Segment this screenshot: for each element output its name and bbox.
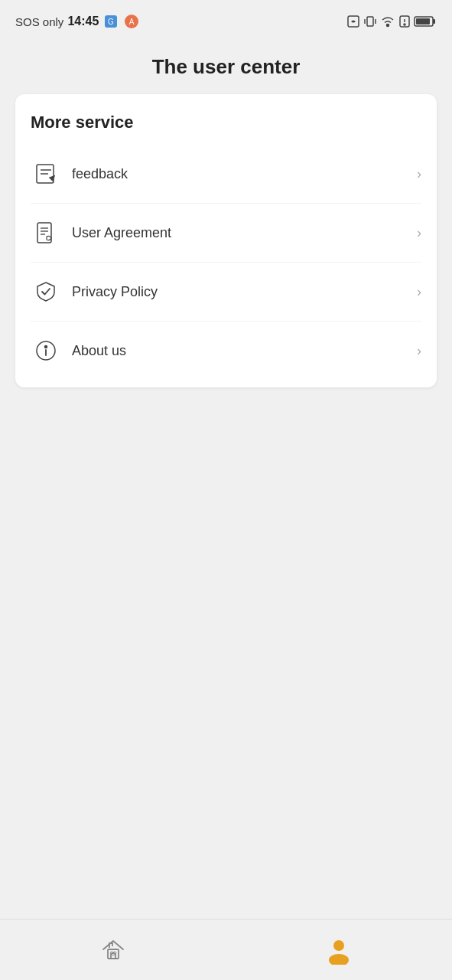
- nfc-icon: [346, 15, 360, 28]
- feedback-item[interactable]: feedback ›: [31, 145, 421, 204]
- about-us-item[interactable]: About us ›: [31, 322, 421, 380]
- tab-profile[interactable]: [301, 929, 376, 971]
- feedback-svg: [34, 162, 57, 185]
- svg-text:A: A: [129, 18, 135, 26]
- status-left: SOS only 14:45 G A: [15, 13, 140, 30]
- user-icon: [324, 936, 353, 965]
- tab-home[interactable]: [76, 929, 151, 971]
- document-icon: [31, 217, 61, 248]
- user-agreement-chevron: ›: [417, 225, 421, 241]
- svg-point-26: [333, 940, 344, 951]
- svg-rect-25: [108, 949, 119, 959]
- info-svg: [34, 339, 57, 362]
- home-icon: [99, 936, 128, 965]
- svg-point-11: [404, 24, 405, 25]
- bottom-tab-bar: [0, 919, 452, 980]
- sos-text: SOS only: [15, 15, 63, 28]
- feedback-chevron: ›: [417, 166, 421, 182]
- svg-text:G: G: [108, 18, 114, 26]
- page-title: The user center: [15, 55, 437, 79]
- about-us-chevron: ›: [417, 343, 421, 359]
- feedback-icon: [31, 158, 61, 189]
- about-us-label: About us: [72, 343, 417, 359]
- status-icons: [346, 15, 437, 28]
- svg-rect-14: [416, 18, 430, 24]
- document-svg: [34, 221, 57, 244]
- app-icon-2: A: [123, 13, 140, 30]
- svg-point-23: [45, 346, 47, 348]
- privacy-policy-label: Privacy Policy: [72, 284, 417, 300]
- svg-point-8: [387, 24, 389, 27]
- page-title-section: The user center: [0, 41, 452, 94]
- user-agreement-item[interactable]: User Agreement ›: [31, 204, 421, 263]
- svg-rect-5: [367, 17, 373, 26]
- shield-icon: [31, 276, 61, 307]
- vibrate-icon: [363, 15, 377, 28]
- alert-icon: [398, 15, 411, 28]
- info-icon: [31, 335, 61, 366]
- privacy-policy-chevron: ›: [417, 284, 421, 300]
- svg-rect-13: [433, 19, 435, 24]
- card-title: More service: [31, 113, 421, 132]
- shield-svg: [34, 280, 57, 303]
- more-service-card: More service feedback › User Agreement: [15, 94, 437, 387]
- user-agreement-label: User Agreement: [72, 225, 417, 241]
- privacy-policy-item[interactable]: Privacy Policy ›: [31, 263, 421, 322]
- status-time: 14:45: [67, 15, 99, 28]
- wifi-icon: [380, 15, 395, 28]
- svg-point-27: [329, 954, 349, 965]
- feedback-label: feedback: [72, 166, 417, 182]
- app-icon-1: G: [102, 13, 119, 30]
- battery-icon: [414, 15, 437, 28]
- status-bar: SOS only 14:45 G A: [0, 0, 452, 41]
